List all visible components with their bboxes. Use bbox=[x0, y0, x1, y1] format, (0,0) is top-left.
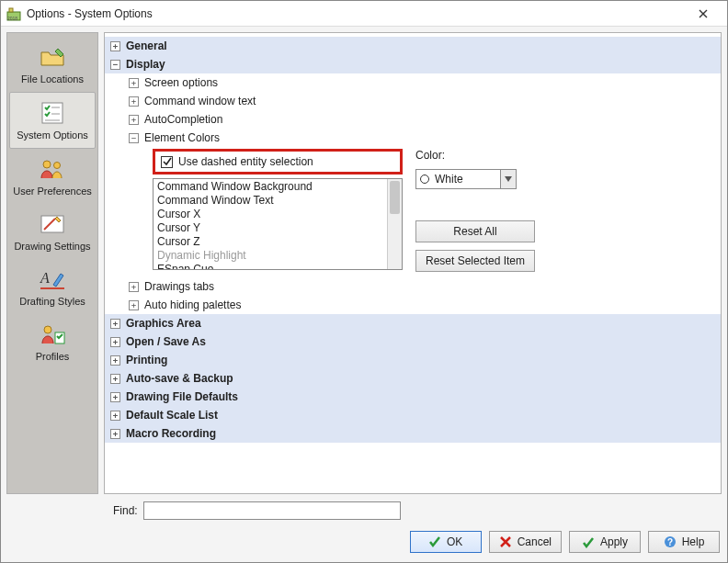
app-icon: 2018 bbox=[6, 6, 21, 21]
svg-text:2018: 2018 bbox=[7, 16, 17, 21]
sidebar-item-label: Profiles bbox=[36, 351, 70, 362]
element-colors-list[interactable]: Command Window Background Command Window… bbox=[153, 178, 403, 270]
find-input[interactable] bbox=[143, 501, 401, 520]
tree-node-graphics-area[interactable]: +Graphics Area bbox=[105, 314, 721, 332]
sidebar-item-label: Drawing Settings bbox=[14, 241, 90, 252]
color-combo[interactable]: White bbox=[415, 169, 517, 189]
svg-text:A: A bbox=[40, 270, 50, 286]
tree-node-display[interactable]: −Display bbox=[105, 55, 721, 73]
expand-icon[interactable]: + bbox=[110, 337, 120, 347]
chevron-down-icon[interactable] bbox=[500, 169, 517, 189]
list-item[interactable]: Cursor Z bbox=[157, 235, 383, 249]
expand-icon[interactable]: + bbox=[129, 96, 139, 107]
help-button[interactable]: ? Help bbox=[648, 531, 720, 553]
find-row: Find: bbox=[1, 500, 727, 527]
tree-node-drawing-defaults[interactable]: +Drawing File Defaults bbox=[105, 388, 721, 406]
tree-node-open-save[interactable]: +Open / Save As bbox=[105, 332, 721, 351]
tree-node-auto-hiding[interactable]: +Auto hiding palettes bbox=[105, 296, 721, 314]
scrollbar-thumb[interactable] bbox=[390, 181, 400, 214]
help-icon: ? bbox=[664, 535, 677, 548]
styles-icon: A bbox=[38, 265, 67, 294]
expand-icon[interactable]: + bbox=[110, 392, 120, 402]
sidebar-item-label: User Preferences bbox=[13, 186, 92, 197]
tree-node-macro[interactable]: +Macro Recording bbox=[105, 424, 721, 443]
close-button[interactable] bbox=[685, 1, 722, 27]
sidebar: File Locations System Options User Prefe… bbox=[6, 32, 98, 494]
sidebar-item-system-options[interactable]: System Options bbox=[9, 92, 96, 149]
ok-button[interactable]: OK bbox=[410, 531, 482, 553]
list-item[interactable]: Cursor X bbox=[157, 208, 383, 221]
color-swatch-icon bbox=[420, 175, 429, 184]
list-item[interactable]: Command Window Text bbox=[157, 194, 383, 208]
expand-icon[interactable]: + bbox=[110, 374, 120, 384]
expand-icon[interactable]: + bbox=[110, 41, 120, 51]
expand-icon[interactable]: + bbox=[110, 429, 120, 439]
x-icon bbox=[499, 535, 512, 548]
sidebar-item-label: Drafting Styles bbox=[19, 296, 85, 307]
color-value: White bbox=[435, 173, 463, 186]
cancel-button[interactable]: Cancel bbox=[489, 531, 562, 553]
button-bar: OK Cancel Apply ? Help bbox=[1, 527, 727, 562]
reset-all-button[interactable]: Reset All bbox=[415, 220, 535, 242]
find-label: Find: bbox=[113, 504, 138, 517]
checklist-icon bbox=[38, 98, 67, 128]
svg-point-7 bbox=[43, 161, 51, 168]
element-colors-panel: Use dashed entity selection Command Wind… bbox=[153, 149, 721, 272]
apply-button[interactable]: Apply bbox=[569, 531, 641, 553]
apply-icon bbox=[582, 535, 595, 548]
sidebar-item-drawing-settings[interactable]: Drawing Settings bbox=[7, 204, 97, 259]
sidebar-item-label: System Options bbox=[17, 129, 88, 141]
dashed-selection-row: Use dashed entity selection bbox=[153, 149, 403, 175]
expand-icon[interactable]: + bbox=[110, 319, 120, 329]
tree-node-printing[interactable]: +Printing bbox=[105, 351, 721, 369]
check-icon bbox=[428, 535, 441, 548]
tree-node-screen-options[interactable]: +Screen options bbox=[105, 73, 721, 92]
options-window: 2018 Options - System Options File Locat… bbox=[0, 0, 728, 563]
options-tree: +General −Display +Screen options +Comma… bbox=[104, 32, 722, 494]
sidebar-item-drafting-styles[interactable]: A Drafting Styles bbox=[7, 259, 97, 314]
list-item[interactable]: ESnap Cue bbox=[157, 263, 383, 270]
svg-text:?: ? bbox=[667, 537, 673, 547]
svg-point-12 bbox=[44, 326, 51, 333]
expand-icon[interactable]: + bbox=[110, 355, 120, 366]
list-item[interactable]: Cursor Y bbox=[157, 221, 383, 235]
sidebar-item-file-locations[interactable]: File Locations bbox=[7, 37, 97, 92]
collapse-icon[interactable]: − bbox=[110, 60, 120, 70]
body: File Locations System Options User Prefe… bbox=[1, 27, 727, 500]
expand-icon[interactable]: + bbox=[129, 282, 139, 292]
tree-node-command-window-text[interactable]: +Command window text bbox=[105, 92, 721, 110]
tree-node-element-colors[interactable]: −Element Colors bbox=[105, 129, 721, 147]
color-label: Color: bbox=[415, 149, 544, 162]
svg-rect-1 bbox=[9, 8, 13, 12]
tree-node-autosave[interactable]: +Auto-save & Backup bbox=[105, 369, 721, 388]
list-item[interactable]: Command Window Background bbox=[157, 180, 383, 194]
profile-icon bbox=[38, 320, 67, 349]
reset-selected-button[interactable]: Reset Selected Item bbox=[415, 250, 535, 272]
tree-node-scale-list[interactable]: +Default Scale List bbox=[105, 406, 721, 424]
sidebar-item-profiles[interactable]: Profiles bbox=[7, 314, 97, 369]
tree-node-drawings-tabs[interactable]: +Drawings tabs bbox=[105, 277, 721, 296]
titlebar: 2018 Options - System Options bbox=[1, 1, 727, 27]
expand-icon[interactable]: + bbox=[129, 115, 139, 125]
tree-node-general[interactable]: +General bbox=[105, 37, 721, 55]
window-title: Options - System Options bbox=[27, 7, 685, 20]
users-icon bbox=[38, 154, 67, 184]
expand-icon[interactable]: + bbox=[129, 78, 139, 88]
dashed-selection-label: Use dashed entity selection bbox=[178, 155, 313, 168]
scrollbar[interactable] bbox=[387, 179, 402, 269]
expand-icon[interactable]: + bbox=[129, 300, 139, 310]
drawing-icon bbox=[38, 209, 67, 239]
list-item[interactable]: Dynamic Highlight bbox=[157, 249, 383, 263]
folder-icon bbox=[38, 42, 67, 72]
dashed-selection-checkbox[interactable] bbox=[161, 156, 173, 168]
expand-icon[interactable]: + bbox=[110, 411, 120, 421]
tree-node-autocompletion[interactable]: +AutoCompletion bbox=[105, 110, 721, 129]
sidebar-item-user-preferences[interactable]: User Preferences bbox=[7, 149, 97, 204]
collapse-icon[interactable]: − bbox=[129, 133, 139, 143]
svg-point-8 bbox=[54, 163, 61, 169]
sidebar-item-label: File Locations bbox=[21, 73, 84, 84]
